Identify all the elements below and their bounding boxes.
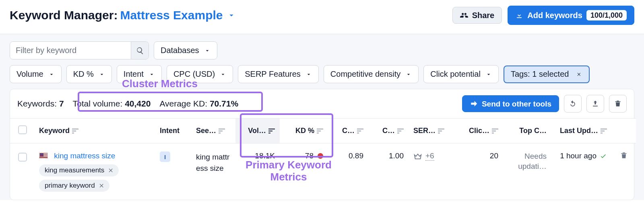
- metric-avg-kd: Average KD: 70.71%: [159, 99, 238, 109]
- col-label: KD %: [295, 127, 314, 135]
- col-label: C…: [382, 127, 395, 135]
- share-label: Share: [472, 11, 495, 19]
- metric-value: 40,420: [125, 99, 151, 108]
- col-click[interactable]: Clic…: [457, 119, 503, 143]
- keyword-link[interactable]: king mattress size: [54, 152, 115, 160]
- project-selector[interactable]: Mattress Example: [120, 8, 235, 22]
- filter-volume[interactable]: Volume: [10, 65, 62, 83]
- sort-icon: [219, 127, 225, 135]
- col-label: Intent: [160, 127, 180, 135]
- tag-remove[interactable]: [98, 182, 105, 189]
- metric-keywords: Keywords: 7: [17, 99, 64, 109]
- people-icon: [460, 11, 468, 19]
- search-icon: [136, 47, 144, 55]
- tags-clear-button[interactable]: [574, 70, 584, 79]
- chevron-down-icon: [204, 47, 211, 54]
- metric-label: Total volume:: [73, 99, 123, 108]
- keyword-search-button[interactable]: [131, 42, 149, 59]
- filter-kd[interactable]: KD %: [66, 65, 112, 83]
- filter-intent[interactable]: Intent: [117, 65, 162, 83]
- tag-label: king measurements: [45, 166, 104, 174]
- filter-tags-active[interactable]: Tags: 1 selected: [504, 66, 590, 83]
- keyword-search-input[interactable]: [10, 42, 131, 59]
- kd-value: 78: [305, 152, 314, 160]
- summary-metrics: Keywords: 7 Total volume: 40,420 Average…: [17, 99, 238, 109]
- tag-label: primary keyword: [45, 182, 95, 190]
- col-label: SER…: [413, 127, 436, 135]
- sort-icon: [438, 127, 444, 135]
- project-name: Mattress Example: [120, 8, 223, 22]
- chevron-down-icon: [405, 71, 412, 78]
- refresh-icon: [569, 100, 577, 108]
- filter-label: SERP Features: [245, 70, 301, 79]
- col-cpc[interactable]: C…: [328, 119, 368, 143]
- send-to-tools-button[interactable]: Send to other tools: [462, 95, 559, 112]
- add-keywords-button[interactable]: Add keywords 100/1,000: [508, 6, 634, 25]
- title-prefix: Keyword Manager:: [10, 8, 118, 22]
- col-volume[interactable]: Vol…: [235, 119, 280, 143]
- select-all-checkbox[interactable]: [18, 125, 27, 134]
- chevron-down-icon: [227, 11, 236, 20]
- filter-label: Volume: [17, 70, 43, 79]
- filter-serp[interactable]: SERP Features: [238, 65, 319, 83]
- col-actions: [612, 119, 636, 143]
- flag-us-icon: [39, 153, 48, 159]
- tags-filter-label: Tags: 1 selected: [511, 70, 569, 79]
- col-cd[interactable]: C…: [368, 119, 409, 143]
- cell-kd: 78: [280, 143, 328, 200]
- col-label: Top C…: [519, 127, 547, 135]
- tag-list: king measurements primary keyword: [39, 164, 150, 192]
- tag-chip[interactable]: primary keyword: [39, 180, 109, 192]
- chevron-down-icon: [485, 71, 492, 78]
- topbar: Keyword Manager: Mattress Example Share …: [0, 0, 644, 34]
- col-seed[interactable]: See…: [191, 119, 235, 143]
- col-keyword[interactable]: Keyword: [34, 119, 155, 143]
- check-icon: [600, 152, 607, 160]
- col-label: Keyword: [39, 127, 70, 135]
- metric-total-volume: Total volume: 40,420: [73, 99, 151, 109]
- col-kd[interactable]: KD %: [280, 119, 328, 143]
- page-title: Keyword Manager: Mattress Example: [10, 8, 236, 22]
- filter-label: KD %: [73, 70, 94, 79]
- chevron-down-icon: [220, 71, 226, 78]
- delete-button[interactable]: [609, 95, 627, 113]
- close-icon: [577, 71, 582, 78]
- summary-actions: Send to other tools: [462, 95, 627, 113]
- sort-icon: [72, 127, 78, 135]
- row-checkbox[interactable]: [18, 153, 27, 162]
- filter-label: Competitive density: [330, 70, 401, 79]
- filter-click[interactable]: Click potential: [423, 65, 499, 83]
- cell-top-competitor: Needs updati…: [503, 143, 551, 200]
- filter-cd[interactable]: Competitive density: [324, 65, 419, 83]
- add-keywords-count: 100/1,000: [586, 10, 627, 20]
- trash-icon: [620, 152, 628, 160]
- sort-icon: [317, 127, 323, 135]
- col-intent[interactable]: Intent: [155, 119, 191, 143]
- col-label: Vol…: [248, 127, 266, 135]
- upload-icon: [591, 100, 599, 108]
- metric-value: 70.71%: [210, 99, 238, 108]
- col-topc[interactable]: Top C…: [503, 119, 551, 143]
- refresh-button[interactable]: [564, 95, 582, 113]
- metric-label: Average KD:: [159, 99, 207, 108]
- cell-keyword: king mattress size king measurements pri…: [34, 143, 155, 200]
- tag-chip[interactable]: king measurements: [39, 164, 119, 176]
- col-lastupdate[interactable]: Last Upd…: [551, 119, 612, 143]
- download-icon: [515, 11, 523, 19]
- share-button[interactable]: Share: [452, 7, 502, 24]
- chevron-down-icon: [149, 71, 155, 78]
- top-actions: Share Add keywords 100/1,000: [452, 6, 634, 25]
- col-serp[interactable]: SER…: [409, 119, 457, 143]
- filter-cpc[interactable]: CPC (USD): [167, 65, 233, 83]
- serp-more[interactable]: +6: [425, 152, 434, 161]
- export-button[interactable]: [586, 95, 604, 113]
- add-keywords-label: Add keywords: [527, 11, 582, 19]
- tag-remove[interactable]: [107, 167, 115, 174]
- row-delete-button[interactable]: [617, 152, 631, 160]
- col-label: C…: [342, 127, 355, 135]
- sort-icon: [492, 127, 498, 135]
- filter-label: Click potential: [430, 70, 481, 79]
- summary-bar: Keywords: 7 Total volume: 40,420 Average…: [10, 89, 634, 118]
- databases-select[interactable]: Databases: [154, 41, 217, 59]
- cell-click: 20: [457, 143, 503, 200]
